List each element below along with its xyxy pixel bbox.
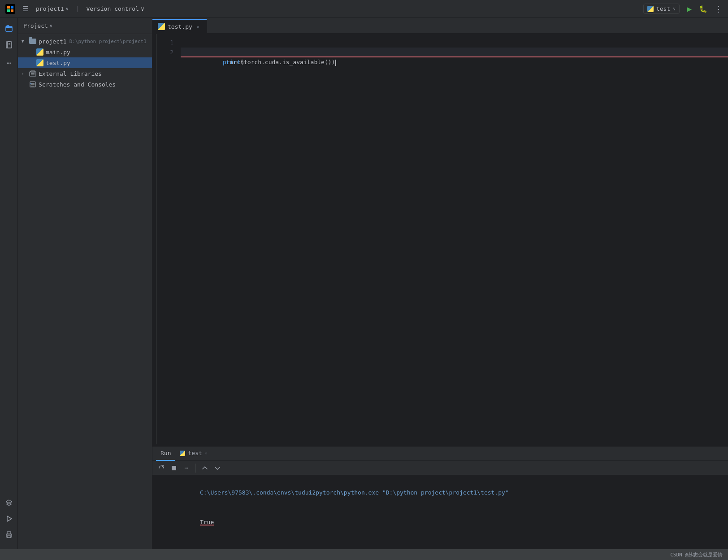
- run-config-selector[interactable]: test ∨: [643, 4, 680, 14]
- tab-close-testpy[interactable]: ✕: [195, 23, 201, 30]
- code-editor[interactable]: 1 2 import torch print(torch.cuda.is_ava…: [152, 34, 728, 444]
- rerun-button[interactable]: [156, 463, 167, 473]
- sidebar-icon-project[interactable]: [2, 22, 16, 36]
- main-layout: …: [0, 18, 728, 549]
- ext-libs-icon: [29, 69, 37, 78]
- tree-path-project1: D:\python project\project1: [69, 39, 147, 44]
- sidebar-icon-layers[interactable]: [2, 495, 16, 510]
- tab-python-icon: [158, 23, 165, 30]
- test-tab-python-icon: [180, 451, 185, 456]
- tree-label-project1: project1: [39, 38, 67, 45]
- code-line-2: print(torch.cuda.is_available()): [181, 48, 728, 57]
- test-tab-close[interactable]: ✕: [205, 451, 207, 456]
- tree-arrow-project1: ▼: [22, 39, 29, 43]
- vcs-chevron-icon: ∨: [141, 5, 144, 12]
- bottom-tab-run[interactable]: Run: [156, 447, 175, 461]
- tree-item-testpy[interactable]: test.py: [18, 57, 152, 68]
- run-config-name: test: [656, 5, 670, 12]
- scratches-icon: [29, 80, 37, 88]
- run-button[interactable]: ▶: [687, 4, 692, 13]
- run-config-python-icon: [647, 6, 654, 12]
- console-command-text: C:\Users\97583\.conda\envs\tudui2pytorch…: [200, 489, 509, 496]
- code-content[interactable]: import torch print(torch.cuda.is_availab…: [179, 34, 728, 444]
- tree-label-mainpy: main.py: [46, 49, 70, 56]
- editor-tab-testpy[interactable]: test.py ✕: [152, 19, 207, 33]
- svg-rect-5: [6, 26, 12, 31]
- tree-label-extlibs: External Libraries: [39, 70, 102, 77]
- bottom-tab-test[interactable]: test ✕: [175, 447, 212, 461]
- sidebar-icon-print[interactable]: [2, 528, 16, 542]
- vcs-selector[interactable]: Version control ∨: [86, 5, 144, 12]
- vcs-label: Version control: [86, 5, 139, 12]
- hamburger-menu-icon[interactable]: ☰: [21, 4, 30, 14]
- tree-item-mainpy[interactable]: main.py: [18, 47, 152, 57]
- scroll-to-top-button[interactable]: [199, 463, 210, 473]
- project-panel-title: Project: [23, 22, 48, 29]
- svg-rect-25: [172, 466, 176, 470]
- toolbar-separator: [195, 464, 196, 473]
- run-config-chevron-icon: ∨: [673, 6, 676, 11]
- left-gutter: [152, 34, 156, 444]
- tree-item-external-libs[interactable]: › External Libraries: [18, 68, 152, 79]
- test-tab-label: test: [188, 450, 202, 456]
- project-panel-header[interactable]: Project ∨: [18, 18, 152, 34]
- paren-close: ): [332, 59, 335, 65]
- sidebar-icons-bottom: [2, 495, 16, 546]
- sidebar-icon-run[interactable]: [2, 512, 16, 526]
- toolbar-more-button[interactable]: ⋯: [181, 463, 192, 473]
- code-line-1: import torch: [181, 38, 728, 48]
- python-icon-testpy: [36, 59, 44, 67]
- project-panel-chevron-icon: ∨: [50, 23, 52, 28]
- python-icon-mainpy: [36, 48, 44, 56]
- project-chevron-icon: ∨: [66, 6, 69, 11]
- project-tree: ▼ project1 D:\python project\project1 ma…: [18, 34, 152, 549]
- editor-area: test.py ✕ 1 2 import torch: [152, 18, 728, 549]
- left-sidebar-icons: …: [0, 18, 18, 549]
- tree-item-scratches[interactable]: Scratches and Consoles: [18, 79, 152, 90]
- tab-label-testpy: test.py: [168, 23, 192, 30]
- bottom-toolbar: ⋯: [152, 461, 728, 475]
- titlebar-separator: |: [76, 5, 79, 12]
- run-tab-label: Run: [160, 450, 171, 456]
- project-selector[interactable]: project1 ∨: [36, 5, 69, 12]
- debug-button[interactable]: 🐛: [699, 5, 707, 13]
- svg-rect-4: [11, 9, 13, 12]
- console-true-line: True: [158, 508, 723, 537]
- sidebar-icon-more[interactable]: …: [2, 54, 16, 68]
- status-bar: CSDN @苏志变就是爱情: [0, 549, 728, 560]
- paren-open: (: [240, 59, 244, 65]
- line-numbers: 1 2: [156, 34, 179, 444]
- bottom-tabs: Run test ✕: [152, 447, 728, 461]
- editor-tabs: test.py ✕: [152, 18, 728, 34]
- svg-rect-6: [6, 27, 12, 28]
- console-process-line: Process finished with exit code 0: [158, 540, 723, 549]
- bottom-panel: Run test ✕: [152, 446, 728, 549]
- console-output-true: True: [200, 519, 214, 525]
- app-logo: [5, 4, 15, 14]
- tree-arrow-extlibs: ›: [22, 71, 29, 76]
- stop-button[interactable]: [169, 463, 179, 473]
- console-command-line: C:\Users\97583\.conda\envs\tudui2pytorch…: [158, 478, 723, 508]
- titlebar: ☰ project1 ∨ | Version control ∨ test ∨ …: [0, 0, 728, 18]
- sidebar-icon-bookmarks[interactable]: [2, 38, 16, 52]
- titlebar-more-button[interactable]: ⋮: [715, 4, 723, 13]
- scroll-to-bottom-button[interactable]: [212, 463, 223, 473]
- svg-rect-3: [7, 9, 10, 12]
- line-num-2: 2: [156, 48, 173, 57]
- svg-point-24: [30, 83, 31, 84]
- svg-rect-1: [7, 6, 10, 9]
- fn-print: print: [223, 59, 240, 65]
- paren2: (): [325, 59, 332, 65]
- fn-torch-cuda: torch.cuda.is_available: [244, 59, 325, 65]
- folder-icon-project1: [29, 37, 37, 45]
- project-name: project1: [36, 5, 64, 12]
- tree-label-scratches: Scratches and Consoles: [39, 81, 116, 88]
- titlebar-right: test ∨ ▶ 🐛 ⋮: [643, 4, 723, 14]
- tree-label-testpy: test.py: [46, 60, 70, 66]
- svg-rect-2: [11, 6, 13, 9]
- tree-item-project1[interactable]: ▼ project1 D:\python project\project1: [18, 36, 152, 47]
- status-bar-right-text: CSDN @苏志变就是爱情: [670, 551, 723, 558]
- line-num-1: 1: [156, 38, 173, 48]
- svg-rect-15: [7, 536, 11, 538]
- svg-marker-12: [7, 516, 12, 521]
